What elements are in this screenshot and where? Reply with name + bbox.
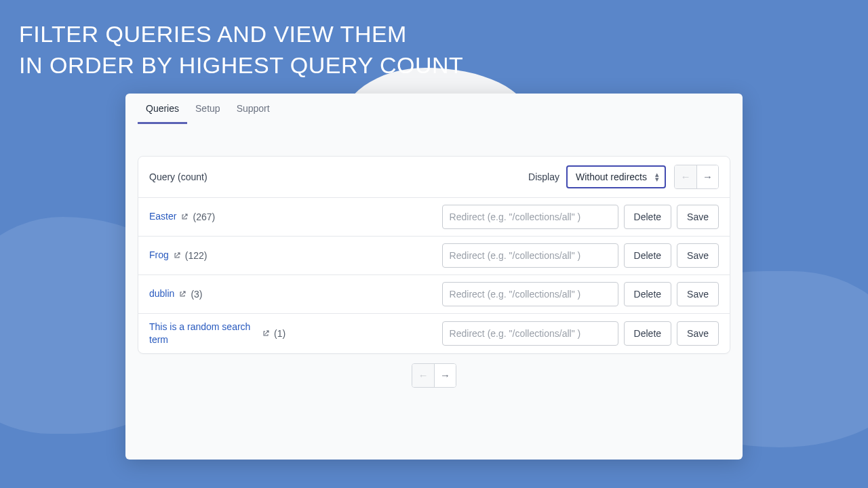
arrow-left-icon: ← <box>681 171 691 182</box>
display-select-value: Without redirects <box>576 171 647 182</box>
redirect-input[interactable] <box>442 282 618 306</box>
query-cell: Frog (122) <box>149 249 437 262</box>
next-page-button[interactable]: → <box>696 165 718 188</box>
delete-button[interactable]: Delete <box>624 205 671 229</box>
table-row: This is a random search term (1) Delete … <box>138 314 730 353</box>
table-row: dublin (3) Delete Save <box>138 275 730 314</box>
headline-line1: FILTER QUERIES AND VIEW THEM <box>19 21 407 47</box>
redirect-input[interactable] <box>442 205 618 229</box>
queries-panel: Query (count) Display Without redirects … <box>138 156 730 354</box>
query-link[interactable]: dublin <box>149 287 174 300</box>
app-card: Queries Setup Support Query (count) Disp… <box>125 94 743 460</box>
external-link-icon <box>262 329 270 338</box>
display-select[interactable]: Without redirects ▴▾ <box>566 165 666 188</box>
query-link[interactable]: This is a random search term <box>149 321 258 346</box>
save-button[interactable]: Save <box>677 321 719 346</box>
delete-button[interactable]: Delete <box>624 321 671 346</box>
table-row: Easter (267) Delete Save <box>138 198 730 237</box>
delete-button[interactable]: Delete <box>624 282 671 306</box>
chevron-updown-icon: ▴▾ <box>655 172 659 181</box>
save-button[interactable]: Save <box>677 205 719 229</box>
tab-queries[interactable]: Queries <box>138 94 187 124</box>
query-cell: dublin (3) <box>149 287 437 300</box>
table-row: Frog (122) Delete Save <box>138 237 730 275</box>
redirect-input[interactable] <box>442 243 618 268</box>
tab-bar: Queries Setup Support <box>125 94 743 125</box>
tab-support[interactable]: Support <box>229 94 278 124</box>
delete-button[interactable]: Delete <box>624 243 671 268</box>
tab-setup[interactable]: Setup <box>187 94 229 124</box>
display-label: Display <box>528 171 559 182</box>
query-count: (3) <box>191 289 202 300</box>
query-count: (1) <box>274 328 285 339</box>
external-link-icon <box>178 290 186 298</box>
query-cell: This is a random search term (1) <box>149 321 437 346</box>
arrow-left-icon: ← <box>418 369 429 381</box>
prev-page-button-bottom[interactable]: ← <box>412 364 434 387</box>
next-page-button-bottom[interactable]: → <box>434 364 456 387</box>
redirect-input[interactable] <box>442 321 618 346</box>
save-button[interactable]: Save <box>677 282 719 306</box>
query-count: (122) <box>185 250 208 261</box>
promo-headline: FILTER QUERIES AND VIEW THEM IN ORDER BY… <box>0 0 868 81</box>
query-cell: Easter (267) <box>149 210 437 223</box>
save-button[interactable]: Save <box>677 243 719 268</box>
query-count: (267) <box>193 211 215 222</box>
headline-line2: IN ORDER BY HIGHEST QUERY COUNT <box>19 52 463 78</box>
panel-header: Query (count) Display Without redirects … <box>138 157 730 198</box>
pager-bottom: ← → <box>125 363 743 388</box>
column-header-query: Query (count) <box>149 171 528 182</box>
arrow-right-icon: → <box>440 369 450 381</box>
prev-page-button[interactable]: ← <box>675 165 696 188</box>
external-link-icon <box>180 213 189 221</box>
arrow-right-icon: → <box>703 171 713 182</box>
query-link[interactable]: Easter <box>149 210 176 223</box>
query-link[interactable]: Frog <box>149 249 169 262</box>
pager-top: ← → <box>674 165 719 189</box>
external-link-icon <box>173 251 181 260</box>
